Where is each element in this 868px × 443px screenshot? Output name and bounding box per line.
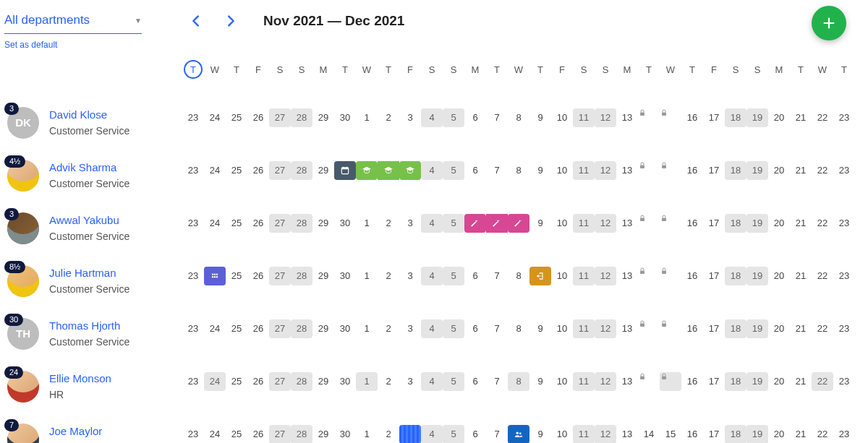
day-cell[interactable]: 19: [746, 319, 768, 338]
day-cell[interactable]: 17: [703, 372, 725, 391]
day-cell[interactable]: 1: [356, 372, 378, 391]
locked-day-cell[interactable]: [638, 161, 660, 180]
day-cell[interactable]: 21: [790, 267, 812, 285]
day-cell[interactable]: 29: [312, 214, 334, 233]
day-cell[interactable]: 4: [421, 214, 443, 233]
day-cell[interactable]: 4: [421, 425, 443, 444]
day-cell[interactable]: 29: [312, 372, 334, 391]
locked-day-cell[interactable]: [638, 372, 660, 391]
day-cell[interactable]: 3: [399, 319, 421, 338]
day-cell[interactable]: 13: [616, 425, 638, 444]
avatar[interactable]: 24: [7, 371, 39, 403]
day-cell[interactable]: 5: [443, 425, 464, 444]
day-cell[interactable]: 13: [616, 161, 638, 180]
locked-day-cell[interactable]: [660, 214, 681, 233]
day-cell[interactable]: 21: [790, 372, 812, 391]
day-cell[interactable]: 17: [703, 214, 725, 233]
day-cell[interactable]: 18: [725, 425, 746, 444]
day-cell[interactable]: 6: [464, 319, 486, 338]
day-cell[interactable]: 30: [334, 319, 356, 338]
day-cell[interactable]: 3: [399, 372, 421, 391]
event-cell[interactable]: [486, 214, 508, 233]
person-name[interactable]: Advik Sharma: [49, 161, 129, 173]
event-cell[interactable]: [378, 161, 399, 180]
day-cell[interactable]: 22: [812, 108, 833, 127]
day-cell[interactable]: 27: [269, 108, 291, 127]
day-cell[interactable]: 22: [812, 267, 833, 285]
day-cell[interactable]: 26: [247, 108, 269, 127]
day-cell[interactable]: 11: [573, 161, 595, 180]
day-cell[interactable]: 11: [573, 319, 595, 338]
day-cell[interactable]: 19: [746, 267, 768, 285]
day-cell[interactable]: 11: [573, 372, 595, 391]
day-cell[interactable]: 4: [421, 108, 443, 127]
day-cell[interactable]: 1: [356, 319, 378, 338]
day-cell[interactable]: 28: [291, 161, 312, 180]
day-cell[interactable]: 21: [790, 214, 812, 233]
day-cell[interactable]: 23: [182, 267, 204, 285]
day-cell[interactable]: 22: [812, 319, 833, 338]
day-cell[interactable]: 29: [312, 267, 334, 285]
day-cell[interactable]: 21: [790, 319, 812, 338]
day-cell[interactable]: 30: [334, 267, 356, 285]
day-cell[interactable]: 23: [833, 267, 855, 285]
day-cell[interactable]: 29: [312, 108, 334, 127]
day-cell[interactable]: 21: [790, 108, 812, 127]
day-cell[interactable]: 12: [595, 372, 616, 391]
day-cell[interactable]: 9: [529, 108, 551, 127]
day-cell[interactable]: 17: [703, 161, 725, 180]
day-cell[interactable]: 1: [356, 108, 378, 127]
day-cell[interactable]: 30: [334, 425, 356, 444]
day-cell[interactable]: 19: [746, 214, 768, 233]
day-cell[interactable]: 12: [595, 267, 616, 285]
day-cell[interactable]: 8: [508, 372, 529, 391]
day-cell[interactable]: 24: [204, 425, 226, 444]
day-cell[interactable]: 1: [356, 267, 378, 285]
event-cell[interactable]: [508, 425, 529, 444]
day-cell[interactable]: 24: [204, 108, 226, 127]
day-cell[interactable]: 14: [638, 425, 660, 444]
day-cell[interactable]: 13: [616, 372, 638, 391]
day-cell[interactable]: 26: [247, 161, 269, 180]
set-default-link[interactable]: Set as default: [4, 40, 174, 50]
day-cell[interactable]: 25: [226, 372, 247, 391]
event-cell[interactable]: [356, 161, 378, 180]
day-cell[interactable]: 26: [247, 319, 269, 338]
day-cell[interactable]: 11: [573, 425, 595, 444]
day-cell[interactable]: 7: [486, 267, 508, 285]
avatar[interactable]: 7: [7, 423, 39, 444]
day-cell[interactable]: 19: [746, 425, 768, 444]
day-cell[interactable]: 17: [703, 267, 725, 285]
day-cell[interactable]: 4: [421, 319, 443, 338]
day-cell[interactable]: 6: [464, 267, 486, 285]
department-filter[interactable]: All departments ▼: [4, 10, 142, 34]
day-cell[interactable]: 25: [226, 108, 247, 127]
day-cell[interactable]: 23: [182, 214, 204, 233]
day-cell[interactable]: 18: [725, 267, 746, 285]
day-cell[interactable]: 23: [833, 319, 855, 338]
day-cell[interactable]: 21: [790, 161, 812, 180]
day-cell[interactable]: 11: [573, 214, 595, 233]
add-button[interactable]: [812, 6, 846, 40]
day-cell[interactable]: 11: [573, 267, 595, 285]
day-cell[interactable]: 20: [768, 161, 790, 180]
day-cell[interactable]: 28: [291, 319, 312, 338]
day-cell[interactable]: 26: [247, 214, 269, 233]
day-cell[interactable]: 23: [833, 372, 855, 391]
day-cell[interactable]: 13: [616, 108, 638, 127]
day-cell[interactable]: 7: [486, 319, 508, 338]
day-cell[interactable]: 2: [378, 267, 399, 285]
day-cell[interactable]: 12: [595, 425, 616, 444]
event-cell[interactable]: [399, 161, 421, 180]
day-cell[interactable]: 18: [725, 372, 746, 391]
day-cell[interactable]: 2: [378, 319, 399, 338]
day-cell[interactable]: 19: [746, 372, 768, 391]
day-cell[interactable]: 9: [529, 372, 551, 391]
day-cell[interactable]: 10: [551, 319, 573, 338]
day-cell[interactable]: 29: [312, 161, 334, 180]
day-cell[interactable]: 28: [291, 267, 312, 285]
day-cell[interactable]: 3: [399, 267, 421, 285]
day-cell[interactable]: 6: [464, 425, 486, 444]
next-period-button[interactable]: [221, 12, 240, 30]
day-cell[interactable]: 16: [681, 372, 703, 391]
